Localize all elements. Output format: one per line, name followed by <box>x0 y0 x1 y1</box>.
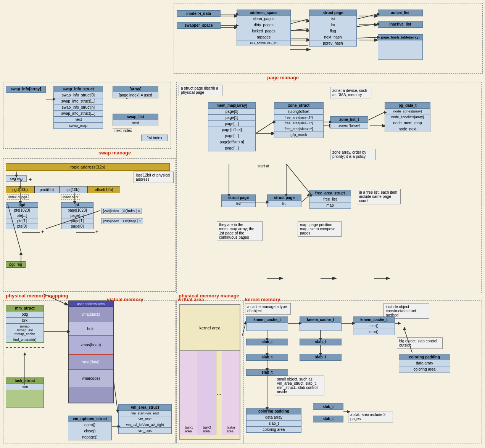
virtual-area-label: virtual area <box>177 297 204 302</box>
pt-table: pt page[1023] page[...] page[1] page[0] <box>61 202 93 229</box>
slab-t2-box: slab_t <box>300 339 342 345</box>
vma-heap-label: vmas(heap) <box>81 343 101 347</box>
swapper-space-box: swapper_space <box>177 22 221 29</box>
free-area-struct-field-1: map <box>309 202 351 208</box>
mm-field-5: page[offset+n] <box>208 139 255 145</box>
struct-page-top-field-1: lru <box>309 22 356 28</box>
address-space-title: address_space <box>237 10 290 16</box>
offset-seg: offset(12b) <box>88 186 120 193</box>
address-space-field-4: PG_active PG_lru <box>237 40 290 46</box>
kernel-memory-label: kernel memory <box>245 297 280 302</box>
vma-data-section: vma(data) <box>69 355 113 370</box>
vm-srea-field-3: vm_ops <box>119 428 171 434</box>
pt-row-0: page[1023] <box>61 208 93 213</box>
struct-page-top-field-3: next_hash <box>309 34 356 40</box>
address-space-field-2: locked_pages <box>237 28 290 34</box>
pgd-row-0: pte[1023] <box>6 208 38 213</box>
pg-data-t-field-3: node_next <box>385 126 430 132</box>
mem-map-array-box: mem_map[array] page[0] page[1] page[...]… <box>208 102 256 151</box>
vm-options-open: open() <box>68 422 111 428</box>
swap-manage-label: swap manage <box>98 150 131 156</box>
taskn-area: tasknarea <box>222 351 240 435</box>
kmem-cache-t1-box: kmem_cache_t <box>246 316 288 331</box>
coloring-padding1-box: coloring padding data array slab_t color… <box>246 408 301 433</box>
idx2-row: [20b]index[11b]flags1 <box>101 218 143 224</box>
vma-stack-label: vma(stack) <box>82 312 100 316</box>
slab-t-inner2-title: slab_t <box>313 416 343 422</box>
kernel-area-label: kernel area <box>199 326 220 330</box>
struct-page-mid1-title: struct page <box>222 195 255 201</box>
pgd-seg: pgd(10b) <box>6 186 34 193</box>
zone-list-t-box: zone_list_t zones *[array] <box>330 116 368 128</box>
kmem-cache-t3-dtor: dtor() <box>353 329 395 335</box>
active-list-title: active_list <box>378 10 422 16</box>
zone-struct-field-4: gfp_mask <box>274 132 323 138</box>
plus-symbol-3: + <box>95 229 98 235</box>
pt-row-2: page[1] <box>61 218 93 224</box>
task-areas: task1area task2area ... tasknarea <box>180 351 240 435</box>
zone-struct-field-3: free_area[size=2^] <box>274 126 323 132</box>
struct-page-mid1-box: struct page list <box>221 194 256 207</box>
pgd-table-title: pgd <box>6 202 38 208</box>
kmem-cache-t1-title: kmem_cache_t <box>247 317 288 323</box>
index-pt-label: index of pt <box>61 194 80 200</box>
pg-data-t-title: pg_data_t <box>385 103 430 109</box>
slab-t4-title: slab_t <box>300 354 341 360</box>
first-index-field: 1st index <box>142 135 168 141</box>
address-space-field-1: dirty_pages <box>237 22 290 28</box>
vma-code-section: vma(code) <box>69 370 113 387</box>
pmd-seg: pmd(0b) <box>34 186 59 193</box>
vm-srea-field-2: vm_avl_left/vm_avl_right <box>119 422 171 428</box>
pg-data-t-field-1: node_zonelists[array] <box>385 114 430 120</box>
mm-struct-brk: brk <box>6 318 44 324</box>
vma-stack-section: vma(stack) <box>69 307 113 322</box>
slab-t-inner2-box: slab_t <box>313 416 343 422</box>
taskn-label: tasknarea <box>227 426 235 433</box>
pg-data-t-box: pg_data_t node_zones[array] node_zonelis… <box>385 102 430 132</box>
task1-label: task1area <box>185 426 193 433</box>
pt-seg: pt(10b) <box>59 186 88 193</box>
kmem-cache-t2-empty <box>300 323 341 331</box>
array-box: [array] [page index] = used <box>113 86 158 98</box>
swap-info-struct-next: next <box>54 117 103 123</box>
pt-table-title: pt <box>61 202 93 208</box>
ellipsis: ... <box>216 351 222 435</box>
vm-options-close: close() <box>68 428 111 434</box>
slab-t-inner1-box: slab_t <box>313 403 343 410</box>
struct-page-top-title: struct page <box>309 10 356 16</box>
vm-options-nopage: nopage() <box>68 434 111 440</box>
swap-info-struct-2: swap_info_struct[n] <box>54 104 103 111</box>
swap-list-title: swap_list <box>113 114 158 120</box>
mm-struct-pdg: pdg <box>6 312 44 318</box>
mm-field-6: page[...] <box>208 145 255 151</box>
inode-i-data-title: inode->i_data <box>177 11 220 17</box>
pgd-row-3: pte[0] <box>6 224 38 229</box>
kmem-cache-t1-empty <box>247 323 288 331</box>
zone-note: zone: a device, such as DMA, memory <box>330 87 372 98</box>
struct-page-top-field-0: list <box>309 16 356 22</box>
inactive-list-title: inactive_list <box>378 21 422 27</box>
mem-map-array-title: mem_map[array] <box>208 103 255 109</box>
cache-manage-note: a cache manage a type of object <box>245 303 291 315</box>
kmem-cache-t2-title: kmem_cache_t <box>300 317 341 323</box>
zone-struct-field-2: free_area[size=2^] <box>274 120 323 126</box>
struct-page-top-field-4: pprev_hash <box>309 40 356 46</box>
struct-page-note: a struct page discrib a physical page <box>179 85 222 96</box>
plus-symbol-2: + <box>41 229 44 235</box>
mm-struct-mmap: mmapmmap_avlmmap_cache <box>6 324 44 337</box>
first-index-box: 1st index <box>141 135 168 141</box>
zone-list-t-field: zones *[array] <box>330 123 368 128</box>
mm-struct-find-vma: find_vma(addr) <box>6 337 44 342</box>
page-hash-table-content <box>378 40 422 59</box>
vma-data-label: vma(data) <box>82 360 99 364</box>
zone-struct-field-0: (ulong)offset <box>274 109 323 115</box>
virtual-area-visual: kernel area task1area task2area ... task… <box>179 304 240 440</box>
swap-info-struct-swap-map: swap_map <box>54 123 103 128</box>
slab-t5-box: slab_t <box>246 369 288 376</box>
kmem-cache-t3-ctor: ctor() <box>353 323 395 329</box>
pgd-row-2: pte[1] <box>6 218 38 224</box>
pgd-row-1: pte[...] <box>6 213 38 218</box>
swap-list-next: next <box>113 120 158 126</box>
page-hash-table-title: page_hash_table[array] <box>378 35 422 40</box>
slab-t1-box: slab_t <box>246 339 288 345</box>
